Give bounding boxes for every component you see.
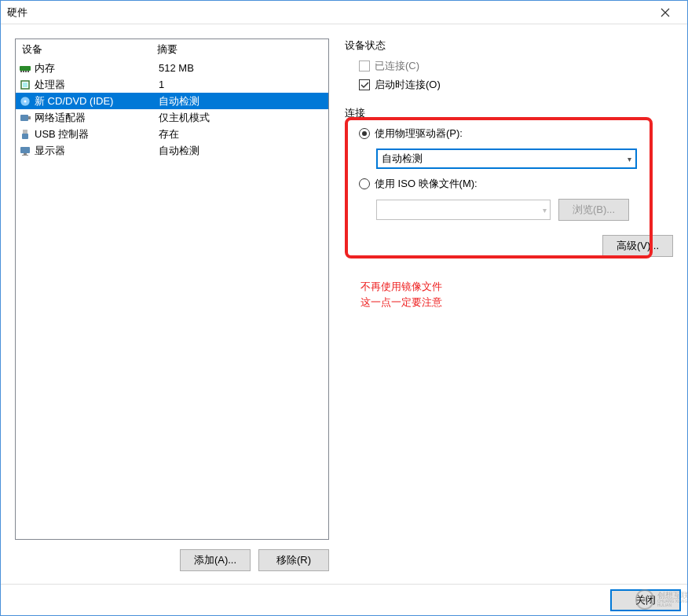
svg-rect-2 bbox=[23, 71, 24, 72]
svg-rect-10 bbox=[28, 116, 31, 119]
svg-rect-1 bbox=[20, 71, 22, 72]
device-label: 网络适配器 bbox=[35, 111, 86, 125]
svg-rect-15 bbox=[22, 155, 28, 156]
add-button[interactable]: 添加(A)... bbox=[180, 549, 251, 571]
connect-at-poweron-checkbox[interactable] bbox=[359, 79, 370, 90]
svg-rect-14 bbox=[24, 153, 27, 155]
window-title: 硬件 bbox=[7, 6, 650, 20]
chevron-down-icon: ▾ bbox=[543, 206, 547, 214]
monitor-icon bbox=[19, 145, 31, 157]
connect-at-poweron-label: 启动时连接(O) bbox=[375, 78, 441, 92]
physical-drive-label: 使用物理驱动器(P): bbox=[375, 126, 463, 141]
svg-rect-6 bbox=[23, 82, 27, 87]
checkmark-icon bbox=[360, 81, 369, 90]
device-status-group: 设备状态 已连接(C) 启动时连接(O) bbox=[345, 38, 673, 92]
device-label: 处理器 bbox=[35, 78, 65, 92]
physical-drive-radio[interactable] bbox=[359, 128, 370, 139]
svg-rect-12 bbox=[22, 134, 28, 139]
device-row-network[interactable]: 网络适配器 仅主机模式 bbox=[16, 109, 328, 126]
connection-group: 连接 使用物理驱动器(P): 自动检测 ▾ 使用 ISO 映像文件(M): ▾ bbox=[345, 106, 673, 221]
device-summary: 自动检测 bbox=[157, 94, 328, 108]
device-row-monitor[interactable]: 显示器 自动检测 bbox=[16, 142, 328, 159]
network-icon bbox=[19, 112, 31, 124]
svg-rect-9 bbox=[20, 115, 28, 121]
device-summary: 1 bbox=[157, 79, 328, 90]
svg-rect-13 bbox=[20, 147, 30, 153]
annotation-text: 不再使用镜像文件 这一点一定要注意 bbox=[360, 279, 442, 310]
svg-rect-11 bbox=[23, 130, 27, 134]
connected-checkbox bbox=[359, 60, 370, 72]
device-label: 内存 bbox=[35, 61, 55, 75]
iso-label: 使用 ISO 映像文件(M): bbox=[375, 177, 478, 191]
svg-rect-3 bbox=[25, 71, 27, 72]
device-list-header: 设备 摘要 bbox=[16, 39, 328, 60]
connection-title: 连接 bbox=[345, 106, 673, 120]
device-row-usb[interactable]: USB 控制器 存在 bbox=[16, 126, 328, 142]
chevron-down-icon: ▾ bbox=[628, 155, 631, 163]
usb-icon bbox=[19, 128, 31, 141]
device-row-memory[interactable]: 内存 512 MB bbox=[16, 60, 328, 76]
disc-icon bbox=[19, 95, 31, 108]
advanced-button[interactable]: 高级(V)... bbox=[602, 235, 673, 257]
device-list[interactable]: 设备 摘要 内存 512 MB 处理器 1 新 bbox=[15, 38, 329, 540]
device-summary: 存在 bbox=[157, 127, 328, 141]
physical-drive-select[interactable]: 自动检测 ▾ bbox=[376, 148, 637, 169]
svg-point-8 bbox=[24, 100, 27, 102]
connected-label: 已连接(C) bbox=[375, 59, 419, 73]
header-summary: 摘要 bbox=[157, 42, 328, 57]
header-device: 设备 bbox=[16, 42, 157, 57]
remove-button[interactable]: 移除(R) bbox=[258, 549, 329, 571]
svg-rect-0 bbox=[20, 66, 31, 71]
device-status-title: 设备状态 bbox=[345, 38, 673, 53]
iso-radio[interactable] bbox=[359, 178, 370, 189]
device-summary: 512 MB bbox=[157, 62, 328, 74]
svg-rect-4 bbox=[27, 71, 29, 72]
device-label: 显示器 bbox=[35, 144, 65, 158]
window-close-button[interactable] bbox=[650, 1, 681, 24]
cpu-icon bbox=[19, 79, 31, 91]
iso-file-input[interactable]: ▾ bbox=[376, 200, 551, 220]
device-row-cddvd[interactable]: 新 CD/DVD (IDE) 自动检测 bbox=[16, 93, 328, 109]
physical-drive-value: 自动检测 bbox=[382, 152, 423, 166]
memory-icon bbox=[19, 62, 31, 75]
device-label: USB 控制器 bbox=[35, 127, 89, 141]
browse-button: 浏览(B)... bbox=[558, 199, 629, 221]
radio-dot-icon bbox=[362, 131, 367, 136]
device-row-cpu[interactable]: 处理器 1 bbox=[16, 76, 328, 93]
device-summary: 自动检测 bbox=[157, 144, 328, 158]
device-summary: 仅主机模式 bbox=[157, 111, 328, 125]
watermark: X 创想互联 CHUANG XIANG HULIAN bbox=[624, 584, 687, 615]
close-icon bbox=[661, 8, 670, 17]
device-label: 新 CD/DVD (IDE) bbox=[35, 94, 113, 108]
